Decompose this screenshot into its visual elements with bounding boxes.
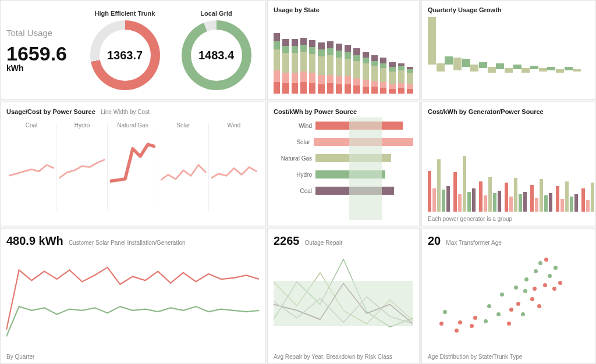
total-usage-label: Total Usage: [6, 28, 76, 38]
target-band: [274, 281, 413, 326]
panel-title: Usage by State: [274, 6, 413, 13]
panel-footer: Each power generator is a group: [428, 216, 512, 222]
headline-value: 480.9 kWh: [6, 234, 63, 248]
panel-title: Usage/Cost by Power Source Line Width by…: [6, 108, 259, 115]
panel-title: Quarterly Usage Growth: [428, 6, 590, 13]
headline-value: 20: [428, 234, 441, 248]
dashboard: Total Usage 1659.6 kWh High Efficient Tr…: [0, 0, 596, 364]
total-usage-value: 1659.6: [6, 44, 76, 63]
gauge-icon: 1363.7: [90, 20, 160, 90]
title-text: Usage/Cost by Power Source: [6, 108, 95, 115]
waterfall-chart: [428, 17, 590, 91]
panel-footer: Avg Repair by Year, Breakdown by Risk Cl…: [274, 354, 392, 360]
panel-subtitle: Outage Repair: [305, 240, 343, 246]
panel-cost-kwh-generator: Cost/kWh by Generator/Power Source Each …: [421, 102, 596, 226]
gauge-value: 1483.4: [182, 20, 251, 90]
panel-usage-cost-lines: Usage/Cost by Power Source Line Width by…: [0, 102, 265, 226]
panel-subtitle: Customer Solar Panel Installation/Genera…: [69, 240, 186, 246]
panel-total-usage: Total Usage 1659.6 kWh High Efficient Tr…: [0, 0, 265, 100]
hbar-rows: WindSolarNatural GasHydroCoal: [274, 119, 413, 198]
panel-subtitle: Max Transformer Age: [446, 240, 502, 246]
panel-title: Cost/kWh by Generator/Power Source: [428, 108, 590, 115]
stacked-bar-chart: [274, 17, 413, 94]
gauge-high-efficient-trunk: High Efficient Trunk 1363.7: [82, 10, 168, 90]
gauge-title: High Efficient Trunk: [82, 10, 168, 17]
total-usage-unit: kWh: [6, 63, 76, 73]
panel-title: Cost/kWh by Power Source: [274, 108, 413, 115]
panel-transformer-age: 20 Max Transformer Age Age Distribution …: [421, 228, 596, 364]
panel-solar-panel: 480.9 kWh Customer Solar Panel Installat…: [0, 228, 265, 364]
panel-outage-repair: 2265 Outage Repair Avg Repair by Year, B…: [267, 228, 420, 364]
total-usage-block: Total Usage 1659.6 kWh: [6, 28, 76, 73]
headline-value: 2265: [274, 234, 300, 248]
panel-quarterly-growth: Quarterly Usage Growth: [421, 0, 596, 100]
gauge-value: 1363.7: [90, 20, 160, 90]
highlight-band: [349, 117, 382, 220]
panel-footer: By Quarter: [6, 354, 34, 360]
grouped-bar-chart: [428, 119, 590, 212]
gauge-title: Local Grid: [173, 10, 259, 17]
gauge-icon: 1483.4: [182, 20, 251, 90]
line-chart: [6, 252, 259, 349]
line-chart: [274, 252, 413, 349]
small-multiples-row: Coal Hydro Natural Gas Solar Wind: [6, 123, 259, 210]
scatter-chart: [428, 252, 590, 349]
panel-usage-by-state: Usage by State: [267, 0, 420, 100]
panel-cost-kwh: Cost/kWh by Power Source WindSolarNatura…: [267, 102, 420, 226]
subtitle-text: Line Width by Cost: [101, 109, 150, 115]
panel-footer: Age Distribution by State/Trunk Type: [428, 354, 522, 360]
gauge-local-grid: Local Grid 1483.4: [173, 10, 259, 90]
